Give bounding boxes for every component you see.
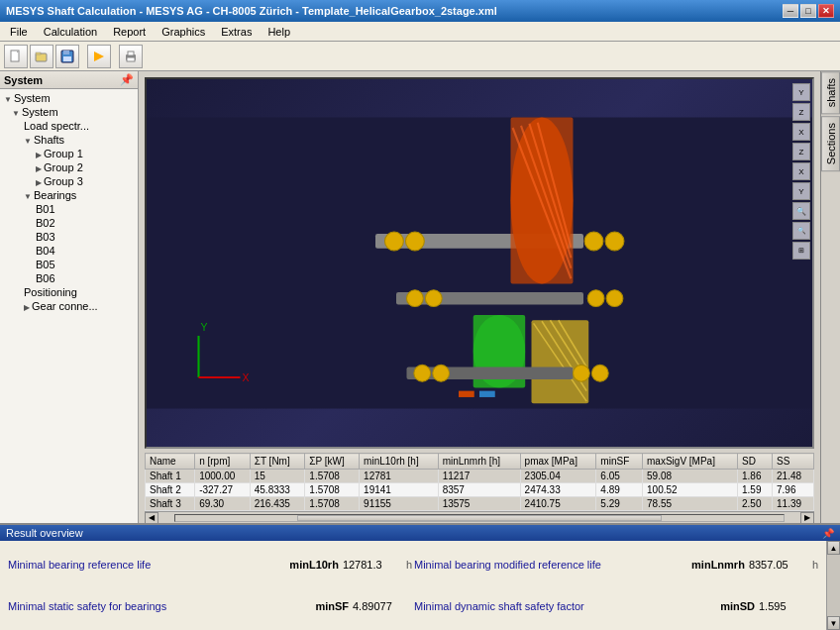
- tree-system[interactable]: ▼System: [0, 105, 138, 119]
- tree-b05[interactable]: B05: [0, 258, 138, 271]
- left-panel: System 📌 ▼System ▼System Load spectr... …: [0, 71, 139, 523]
- shaft2-pmax: 2474.33: [520, 483, 596, 497]
- tree-gear-connections[interactable]: ▶Gear conne...: [0, 299, 138, 313]
- shaft1-power: 1.5708: [305, 470, 360, 483]
- menu-report[interactable]: Report: [105, 24, 154, 40]
- scroll-track[interactable]: [174, 514, 785, 522]
- table-row[interactable]: Shaft 1 1000.00 15 1.5708 12781 11217 23…: [146, 470, 814, 483]
- shaft1-rpm: 1000.00: [195, 470, 251, 483]
- result-scroll-down[interactable]: ▼: [827, 616, 840, 630]
- shaft2-minsf: 4.89: [596, 483, 643, 497]
- result-body: Minimal bearing reference life minL10rh …: [0, 541, 840, 630]
- print-button[interactable]: [119, 45, 143, 68]
- menu-calculation[interactable]: Calculation: [36, 24, 105, 40]
- axis-x-btn[interactable]: X: [792, 123, 810, 141]
- menu-help[interactable]: Help: [260, 24, 298, 40]
- shaft2-power: 1.5708: [305, 483, 360, 497]
- menu-graphics[interactable]: Graphics: [154, 24, 213, 40]
- result-row-1-left: Minimal bearing reference life minL10rh …: [8, 545, 412, 584]
- sections-tab[interactable]: Sections: [821, 116, 840, 171]
- tree-b06[interactable]: B06: [0, 271, 138, 285]
- shaft1-name: Shaft 1: [146, 470, 195, 483]
- svg-rect-27: [407, 368, 574, 380]
- scroll-right-btn[interactable]: ▶: [800, 512, 814, 524]
- col-l10rh: minL10rh [h]: [360, 454, 439, 470]
- zoom-in-btn[interactable]: 🔍: [792, 202, 810, 220]
- menu-extras[interactable]: Extras: [213, 24, 260, 40]
- shafts-tab[interactable]: shafts: [821, 71, 840, 114]
- svg-point-32: [407, 290, 424, 307]
- tree-bearings[interactable]: ▼Bearings: [0, 188, 138, 202]
- restore-button[interactable]: □: [800, 4, 816, 18]
- table-wrapper[interactable]: Name n [rpm] ΣT [Nm] ΣP [kW] minL10rh [h…: [145, 453, 814, 511]
- shaft3-ss: 11.39: [773, 497, 814, 511]
- shaft3-pmax: 2410.75: [520, 497, 596, 511]
- bearing-modified-value: 8357.05: [749, 559, 808, 571]
- shaft3-name: Shaft 3: [146, 497, 195, 511]
- axis-z2-btn[interactable]: Z: [792, 143, 810, 160]
- axis-y2-btn[interactable]: Y: [792, 182, 810, 200]
- menu-file[interactable]: File: [2, 24, 36, 40]
- title-bar: MESYS Shaft Calculation - MESYS AG - CH-…: [0, 0, 840, 22]
- shaft3-power: 1.5708: [305, 497, 360, 511]
- window-controls: ─ □ ✕: [783, 4, 834, 18]
- table-row[interactable]: Shaft 2 -327.27 45.8333 1.5708 19141 835…: [146, 483, 814, 497]
- result-scrollbar[interactable]: ▲ ▼: [826, 541, 840, 630]
- axis-x2-btn[interactable]: X: [792, 162, 810, 180]
- svg-point-35: [606, 290, 623, 307]
- col-power: ΣP [kW]: [305, 454, 360, 470]
- tree-group1[interactable]: ▶Group 1: [0, 147, 138, 160]
- shaft1-lnmrh: 11217: [438, 470, 520, 483]
- tree-group3[interactable]: ▶Group 3: [0, 174, 138, 188]
- scroll-thumb[interactable]: [297, 515, 662, 521]
- tree-group2[interactable]: ▶Group 2: [0, 160, 138, 174]
- open-button[interactable]: [30, 45, 53, 68]
- scroll-left-btn[interactable]: ◀: [145, 512, 158, 524]
- axis-z-btn[interactable]: Z: [792, 103, 810, 121]
- save-button[interactable]: [55, 45, 79, 68]
- col-minsf: minSF: [596, 454, 643, 470]
- side-tab-panel: shafts Sections: [820, 71, 840, 523]
- bearing-life-label: Minimal bearing reference life: [8, 559, 281, 571]
- result-row-2-right: Minimal dynamic shaft safety factor minS…: [414, 586, 818, 626]
- svg-point-33: [425, 290, 442, 307]
- col-pmax: pmax [MPa]: [520, 454, 596, 470]
- viewport-background: Y X Y Z X Z X Y 🔍: [147, 79, 812, 447]
- horizontal-scrollbar[interactable]: ◀ ▶: [145, 511, 814, 523]
- result-pin-icon[interactable]: 📌: [822, 528, 834, 539]
- pin-icon[interactable]: 📌: [120, 73, 134, 86]
- tree-positioning[interactable]: Positioning: [0, 285, 138, 299]
- tree-b01[interactable]: B01: [0, 202, 138, 216]
- close-button[interactable]: ✕: [818, 4, 834, 18]
- screenshot-btn[interactable]: ⊞: [792, 242, 810, 260]
- result-scroll-up[interactable]: ▲: [827, 541, 840, 555]
- tree-system-root[interactable]: ▼System: [0, 91, 138, 105]
- bearing-life-key: minL10rh: [289, 559, 339, 571]
- minimize-button[interactable]: ─: [783, 4, 798, 18]
- bearing-modified-unit: h: [812, 559, 818, 571]
- svg-rect-19: [396, 292, 583, 305]
- shaft2-torque: 45.8333: [250, 483, 305, 497]
- table-row[interactable]: Shaft 3 69.30 216.435 1.5708 91155 13575…: [146, 497, 814, 511]
- tree-b04[interactable]: B04: [0, 244, 138, 258]
- axis-y-btn[interactable]: Y: [792, 83, 810, 101]
- viewport[interactable]: Y X Y Z X Z X Y 🔍: [145, 77, 814, 449]
- tree-shafts[interactable]: ▼Shafts: [0, 133, 138, 147]
- col-rpm: n [rpm]: [195, 454, 251, 470]
- tree-b03[interactable]: B03: [0, 230, 138, 244]
- bearing-life-value: 12781.3: [343, 559, 402, 571]
- menu-bar: File Calculation Report Graphics Extras …: [0, 22, 840, 42]
- new-button[interactable]: [4, 45, 28, 68]
- tree-load-spectrum[interactable]: Load spectr...: [0, 119, 138, 133]
- shaft2-ss: 7.96: [773, 483, 814, 497]
- shaft2-sd: 1.59: [737, 483, 772, 497]
- tree-b02[interactable]: B02: [0, 216, 138, 230]
- result-scroll-track[interactable]: [827, 555, 840, 616]
- col-torque: ΣT [Nm]: [250, 454, 305, 470]
- zoom-out-btn[interactable]: 🔍: [792, 222, 810, 240]
- svg-rect-5: [63, 51, 69, 54]
- shaft3-rpm: 69.30: [195, 497, 251, 511]
- calculate-button[interactable]: [87, 45, 111, 68]
- svg-point-37: [433, 365, 450, 381]
- result-row-2-left: Minimal static safety for bearings minSF…: [8, 586, 412, 626]
